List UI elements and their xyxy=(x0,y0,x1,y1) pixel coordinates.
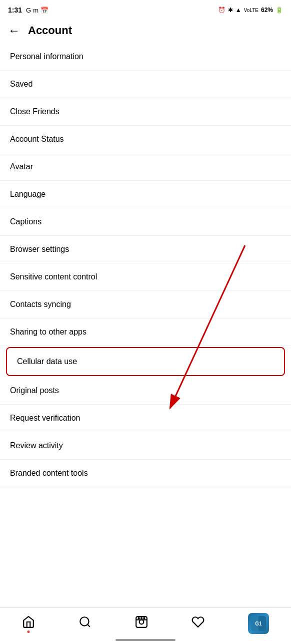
menu-item-cellular-data-use[interactable]: Cellular data use xyxy=(6,347,285,376)
battery-icon: 🔋 xyxy=(276,7,283,14)
menu-item-label-browser-settings: Browser settings xyxy=(10,245,69,254)
menu-item-avatar[interactable]: Avatar xyxy=(0,153,291,181)
menu-item-label-sharing-to-other-apps: Sharing to other apps xyxy=(10,328,86,337)
header: ← Account xyxy=(0,18,291,43)
nav-reels[interactable] xyxy=(135,615,148,632)
svg-text:G1: G1 xyxy=(256,621,262,626)
back-button[interactable]: ← xyxy=(8,25,20,37)
menu-item-contacts-syncing[interactable]: Contacts syncing xyxy=(0,291,291,318)
profile-thumbnail: G1 xyxy=(248,613,269,634)
home-icon xyxy=(22,615,35,632)
menu-item-label-personal-information: Personal information xyxy=(10,52,84,61)
menu-item-original-posts[interactable]: Original posts xyxy=(0,377,291,405)
menu-item-account-status[interactable]: Account Status xyxy=(0,126,291,153)
status-time: 1:31 xyxy=(8,6,22,14)
svg-line-3 xyxy=(88,624,90,627)
menu-item-label-saved: Saved xyxy=(10,80,32,89)
menu-item-language[interactable]: Language xyxy=(0,181,291,208)
account-menu-list: Personal informationSavedClose FriendsAc… xyxy=(0,43,291,487)
svg-point-7 xyxy=(138,617,139,618)
home-indicator xyxy=(116,639,176,641)
reels-icon xyxy=(135,615,148,632)
menu-item-label-language: Language xyxy=(10,190,46,199)
menu-item-label-branded-content: Branded content tools xyxy=(10,469,88,478)
home-dot xyxy=(27,630,30,633)
menu-item-review-activity[interactable]: Review activity xyxy=(0,432,291,460)
status-right-icons: ⏰ ✱ ▲ VoLTE 62% 🔋 xyxy=(218,7,283,14)
menu-item-personal-information[interactable]: Personal information xyxy=(0,43,291,71)
wifi-icon: ▲ xyxy=(236,7,242,14)
calendar-icon: 📅 xyxy=(40,7,48,14)
nav-profile[interactable]: G1 xyxy=(248,613,269,634)
menu-item-label-contacts-syncing: Contacts syncing xyxy=(10,300,71,309)
menu-item-label-review-activity: Review activity xyxy=(10,441,63,450)
svg-point-2 xyxy=(80,617,88,625)
profile-image: G1 xyxy=(248,613,269,634)
menu-item-browser-settings[interactable]: Browser settings xyxy=(0,236,291,263)
menu-item-branded-content[interactable]: Branded content tools xyxy=(0,460,291,487)
nav-home[interactable] xyxy=(22,615,35,632)
menu-item-sensitive-content-control[interactable]: Sensitive content control xyxy=(0,263,291,291)
bluetooth-icon: ✱ xyxy=(228,7,233,14)
signal-icon: VoLTE xyxy=(244,8,258,13)
menu-item-label-cellular-data-use: Cellular data use xyxy=(17,357,77,366)
alarm-icon: ⏰ xyxy=(218,7,226,14)
menu-item-label-account-status: Account Status xyxy=(10,135,64,144)
menu-item-label-captions: Captions xyxy=(10,217,42,226)
search-icon xyxy=(78,615,92,632)
menu-item-captions[interactable]: Captions xyxy=(0,208,291,236)
gmail-icon: m xyxy=(33,7,38,14)
svg-point-5 xyxy=(140,619,144,624)
menu-item-sharing-to-other-apps[interactable]: Sharing to other apps xyxy=(0,318,291,346)
status-bar: 1:31 G m 📅 ⏰ ✱ ▲ VoLTE 62% 🔋 xyxy=(0,0,291,18)
page-title: Account xyxy=(28,24,72,37)
google-icon: G xyxy=(26,7,31,14)
menu-item-label-close-friends: Close Friends xyxy=(10,107,60,116)
menu-item-close-friends[interactable]: Close Friends xyxy=(0,98,291,126)
menu-item-label-sensitive-content-control: Sensitive content control xyxy=(10,272,97,281)
battery-text: 62% xyxy=(261,7,273,14)
menu-item-saved[interactable]: Saved xyxy=(0,71,291,98)
menu-item-request-verification[interactable]: Request verification xyxy=(0,405,291,432)
menu-item-label-request-verification: Request verification xyxy=(10,414,80,423)
menu-item-label-original-posts: Original posts xyxy=(10,386,59,395)
nav-likes[interactable] xyxy=(192,615,204,632)
heart-icon xyxy=(192,615,204,632)
menu-content: Personal informationSavedClose FriendsAc… xyxy=(0,43,291,532)
svg-point-8 xyxy=(141,617,142,618)
nav-search[interactable] xyxy=(78,615,92,632)
svg-point-9 xyxy=(144,617,144,618)
menu-item-label-avatar: Avatar xyxy=(10,162,33,171)
